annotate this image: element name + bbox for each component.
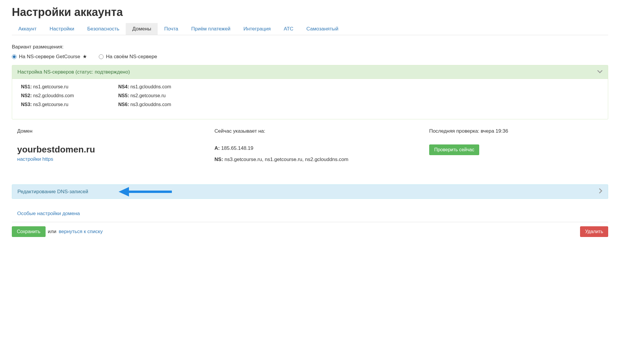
- footer-bar: Сохранить или вернуться к списку Удалить: [12, 222, 608, 237]
- tabs-nav: Аккаунт Настройки Безопасность Домены По…: [12, 23, 608, 35]
- ns-row: NS2: ns2.gclouddns.com: [21, 93, 74, 98]
- special-domain-settings-link[interactable]: Особые настройки домена: [17, 211, 603, 217]
- page-title: Настройки аккаунта: [12, 6, 608, 19]
- footer-or-text: или: [48, 229, 56, 235]
- radio-own-ns-label: На своём NS-сервере: [106, 54, 157, 60]
- ns-col-1: NS1: ns1.getcourse.ru NS2: ns2.gclouddns…: [21, 84, 74, 107]
- a-record: A: 185.65.148.19: [214, 144, 406, 152]
- domain-info-section: Домен yourbestdomen.ru настройки https С…: [12, 128, 608, 167]
- check-now-button[interactable]: Проверить сейчас: [429, 144, 479, 155]
- star-icon: ★: [83, 53, 87, 60]
- points-to-col: Сейчас указывает на: A: 185.65.148.19 NS…: [214, 128, 406, 167]
- last-check-col: Последняя проверка: вчера 19:36 Проверит…: [429, 128, 603, 167]
- ns-col-2: NS4: ns1.gclouddns.com NS5: ns2.getcours…: [118, 84, 171, 107]
- tab-payments[interactable]: Приём платежей: [185, 23, 237, 35]
- chevron-down-icon: [597, 69, 603, 75]
- https-settings-link[interactable]: настройки https: [17, 156, 53, 162]
- ns-row: NS3: ns3.getcourse.ru: [21, 102, 74, 107]
- tab-security[interactable]: Безопасность: [81, 23, 126, 35]
- arrow-annotation-icon: [119, 186, 172, 198]
- ns-row: NS5: ns2.getcourse.ru: [118, 93, 171, 98]
- domain-col: Домен yourbestdomen.ru настройки https: [17, 128, 191, 167]
- domain-label: Домен: [17, 128, 191, 134]
- dns-edit-panel[interactable]: Редактирование DNS-записей: [12, 184, 608, 199]
- ns-row: NS1: ns1.getcourse.ru: [21, 84, 74, 90]
- tab-domains[interactable]: Домены: [126, 23, 158, 35]
- last-check-label: Последняя проверка: вчера 19:36: [429, 128, 603, 134]
- ns-panel-body: NS1: ns1.getcourse.ru NS2: ns2.gclouddns…: [12, 79, 608, 119]
- dns-edit-title: Редактирование DNS-записей: [17, 189, 88, 195]
- radio-getcourse-ns[interactable]: На NS-сервере GetCourse ★: [12, 53, 87, 60]
- placement-label: Вариант размещения:: [12, 44, 608, 50]
- ns-panel: Настройка NS-серверов (статус: подтвержд…: [12, 65, 608, 119]
- points-to-label: Сейчас указывает на:: [214, 128, 406, 134]
- tab-account[interactable]: Аккаунт: [12, 23, 43, 35]
- tab-selfemployed[interactable]: Самозанятый: [300, 23, 345, 35]
- tab-integration[interactable]: Интеграция: [237, 23, 277, 35]
- tab-mail[interactable]: Почта: [158, 23, 185, 35]
- back-to-list-link[interactable]: вернуться к списку: [59, 229, 103, 235]
- svg-marker-1: [119, 187, 129, 196]
- domain-name: yourbestdomen.ru: [17, 144, 191, 155]
- placement-radio-group: На NS-сервере GetCourse ★ На своём NS-се…: [12, 53, 608, 60]
- chevron-right-icon: [599, 188, 603, 195]
- radio-getcourse-ns-input[interactable]: [12, 54, 17, 59]
- tab-ats[interactable]: АТС: [277, 23, 300, 35]
- delete-button[interactable]: Удалить: [580, 226, 608, 237]
- save-button[interactable]: Сохранить: [12, 226, 46, 237]
- ns-panel-title: Настройка NS-серверов (статус: подтвержд…: [17, 69, 130, 75]
- ns-row: NS6: ns3.gclouddns.com: [118, 102, 171, 107]
- ns-record: NS: ns3.getcourse.ru, ns1.getcourse.ru, …: [214, 156, 406, 163]
- ns-row: NS4: ns1.gclouddns.com: [118, 84, 171, 90]
- radio-own-ns[interactable]: На своём NS-сервере: [99, 53, 157, 60]
- ns-panel-header[interactable]: Настройка NS-серверов (статус: подтвержд…: [12, 65, 608, 79]
- radio-own-ns-input[interactable]: [99, 54, 104, 59]
- footer-left: Сохранить или вернуться к списку: [12, 226, 103, 237]
- radio-getcourse-ns-label: На NS-сервере GetCourse: [19, 54, 80, 60]
- tab-settings[interactable]: Настройки: [43, 23, 81, 35]
